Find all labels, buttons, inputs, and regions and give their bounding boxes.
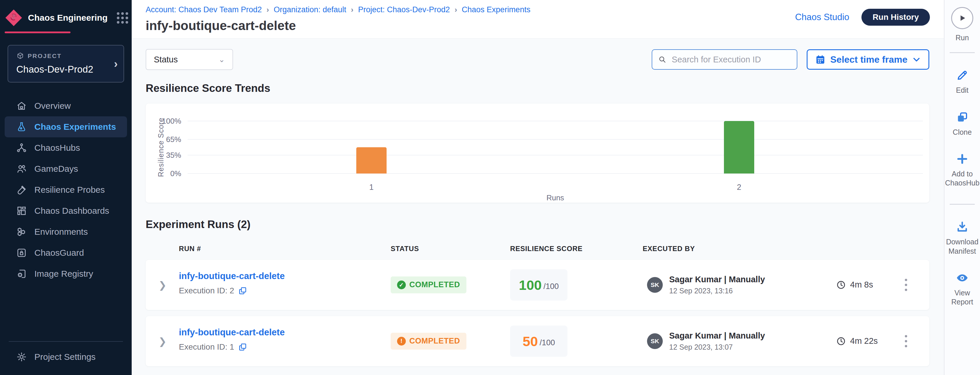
- edit-icon: [956, 69, 969, 81]
- clone-action[interactable]: Clone: [943, 111, 980, 137]
- breadcrumb-account[interactable]: Account: Chaos Dev Team Prod2: [146, 5, 262, 14]
- sidebar-item-label: Resilience Probes: [34, 185, 105, 195]
- brand-underline: [5, 32, 70, 33]
- run-name-link[interactable]: infy-boutique-cart-delete: [179, 327, 285, 337]
- executed-by-name: Sagar Kumar | Manually: [669, 331, 765, 341]
- app-switcher-icon[interactable]: [117, 12, 128, 24]
- row-menu-icon[interactable]: [902, 332, 910, 350]
- status-warning-icon: !: [397, 337, 406, 346]
- edit-action[interactable]: Edit: [943, 69, 980, 95]
- expand-row-icon[interactable]: ❯: [159, 279, 167, 290]
- run-button-label: Run: [943, 33, 980, 42]
- time-frame-label: Select time frame: [830, 54, 907, 65]
- executed-at: 12 Sep 2023, 13:07: [669, 343, 765, 351]
- sidebar-item-chaosguard[interactable]: ChaosGuard: [5, 242, 127, 263]
- sidebar-item-label: Chaos Experiments: [34, 122, 116, 132]
- registry-icon: [16, 268, 27, 279]
- sidebar-item-overview[interactable]: Overview: [5, 95, 127, 116]
- rail-divider: [950, 204, 975, 205]
- probe-icon: [16, 185, 27, 195]
- home-icon: [16, 101, 27, 111]
- execution-id: Execution ID: 1: [179, 342, 234, 352]
- dashboard-icon: [16, 206, 27, 216]
- chevron-right-icon: ›: [114, 57, 118, 70]
- chaos-engineering-logo-icon: [5, 9, 23, 27]
- sidebar-item-resilience-probes[interactable]: Resilience Probes: [5, 179, 127, 200]
- sidebar-item-environments[interactable]: Environments: [5, 221, 127, 242]
- status-filter-dropdown[interactable]: Status ⌄: [146, 49, 233, 70]
- sidebar: Chaos Engineering PROJECT Chaos-Dev-Prod…: [0, 0, 132, 375]
- sidebar-item-chaos-experiments[interactable]: Chaos Experiments: [5, 116, 127, 137]
- download-manifest-label: Download Manifest: [943, 237, 980, 256]
- sidebar-item-label: GameDays: [34, 164, 78, 174]
- column-header-status: STATUS: [391, 245, 419, 253]
- eye-icon: [956, 271, 969, 284]
- chevron-down-icon: [912, 55, 921, 64]
- run-duration: 4m 8s: [836, 280, 873, 290]
- chevron-down-icon: ⌄: [218, 55, 225, 64]
- main-area: Account: Chaos Dev Team Prod2 › Organiza…: [132, 0, 944, 375]
- runs-table-header: RUN # STATUS RESILIENCE SCORE EXECUTED B…: [146, 241, 929, 255]
- chevron-right-icon: ›: [267, 5, 269, 14]
- run-name-link[interactable]: infy-boutique-cart-delete: [179, 271, 285, 281]
- calendar-icon: [815, 54, 826, 65]
- avatar: SK: [647, 333, 663, 349]
- expand-row-icon[interactable]: ❯: [159, 335, 167, 347]
- run-history-button[interactable]: Run History: [861, 9, 930, 26]
- score-value: 100: [519, 277, 542, 293]
- sidebar-item-chaos-dashboards[interactable]: Chaos Dashboards: [5, 200, 127, 221]
- breadcrumb: Account: Chaos Dev Team Prod2 › Organiza…: [146, 5, 530, 14]
- project-label: PROJECT: [28, 53, 62, 59]
- breadcrumb-organization[interactable]: Organization: default: [274, 5, 346, 14]
- breadcrumb-chaos-experiments[interactable]: Chaos Experiments: [462, 5, 530, 14]
- run-button[interactable]: [951, 7, 973, 29]
- sidebar-nav: Overview Chaos Experiments ChaosHubs Gam…: [0, 95, 132, 284]
- status-check-icon: ✓: [397, 281, 406, 289]
- column-header-run: RUN #: [179, 245, 201, 253]
- resilience-score-box: 100 /100: [510, 269, 568, 300]
- sidebar-item-project-settings[interactable]: Project Settings: [5, 346, 127, 367]
- sidebar-item-gamedays[interactable]: GameDays: [5, 158, 127, 179]
- executed-by-name: Sagar Kumar | Manually: [669, 275, 765, 284]
- gear-icon: [16, 352, 27, 362]
- clock-icon: [836, 280, 846, 290]
- sidebar-item-image-registry[interactable]: Image Registry: [5, 263, 127, 284]
- duration-text: 4m 22s: [850, 336, 878, 346]
- view-report-action[interactable]: View Report: [943, 271, 980, 307]
- status-filter-label: Status: [154, 55, 178, 64]
- copy-icon[interactable]: [238, 286, 247, 295]
- executed-by: SK Sagar Kumar | Manually 12 Sep 2023, 1…: [647, 331, 765, 351]
- copy-icon[interactable]: [238, 343, 247, 351]
- project-name: Chaos-Dev-Prod2: [16, 64, 106, 75]
- download-manifest-action[interactable]: Download Manifest: [943, 220, 980, 256]
- executed-by: SK Sagar Kumar | Manually 12 Sep 2023, 1…: [647, 275, 765, 295]
- status-text: COMPLETED: [409, 280, 460, 289]
- content-area: Status ⌄ Select time frame Resilience Sc…: [132, 38, 944, 375]
- sidebar-item-chaoshubs[interactable]: ChaosHubs: [5, 137, 127, 158]
- chart-plot: Runs 12: [188, 121, 923, 174]
- project-selector[interactable]: PROJECT Chaos-Dev-Prod2 ›: [8, 45, 124, 83]
- people-icon: [16, 164, 27, 174]
- chevron-right-icon: ›: [351, 5, 354, 14]
- play-icon: [957, 13, 967, 23]
- run-duration: 4m 22s: [836, 336, 878, 346]
- flask-icon: [16, 121, 27, 132]
- page-title: infy-boutique-cart-delete: [146, 18, 530, 33]
- search-input[interactable]: [671, 54, 791, 65]
- search-icon: [658, 55, 667, 64]
- sidebar-item-label: Chaos Dashboards: [34, 206, 109, 216]
- environments-icon: [16, 227, 27, 237]
- chaos-studio-link[interactable]: Chaos Studio: [795, 9, 849, 26]
- resilience-score-chart: Resilience Score 0%35%65%100% Runs 12: [146, 104, 929, 203]
- time-frame-button[interactable]: Select time frame: [807, 49, 929, 70]
- chart-bar: [356, 147, 387, 174]
- row-menu-icon[interactable]: [902, 276, 910, 294]
- table-row: ❯ infy-boutique-cart-delete Execution ID…: [146, 260, 929, 310]
- cube-icon: [16, 52, 24, 60]
- add-to-chaoshub-action[interactable]: Add to ChaosHub: [943, 153, 980, 188]
- breadcrumb-project[interactable]: Project: Chaos-Dev-Prod2: [358, 5, 450, 14]
- trends-section-title: Resilience Score Trends: [146, 82, 929, 94]
- view-report-label: View Report: [943, 289, 980, 307]
- runs-section-title: Experiment Runs (2): [146, 219, 929, 231]
- score-value: 50: [523, 333, 538, 349]
